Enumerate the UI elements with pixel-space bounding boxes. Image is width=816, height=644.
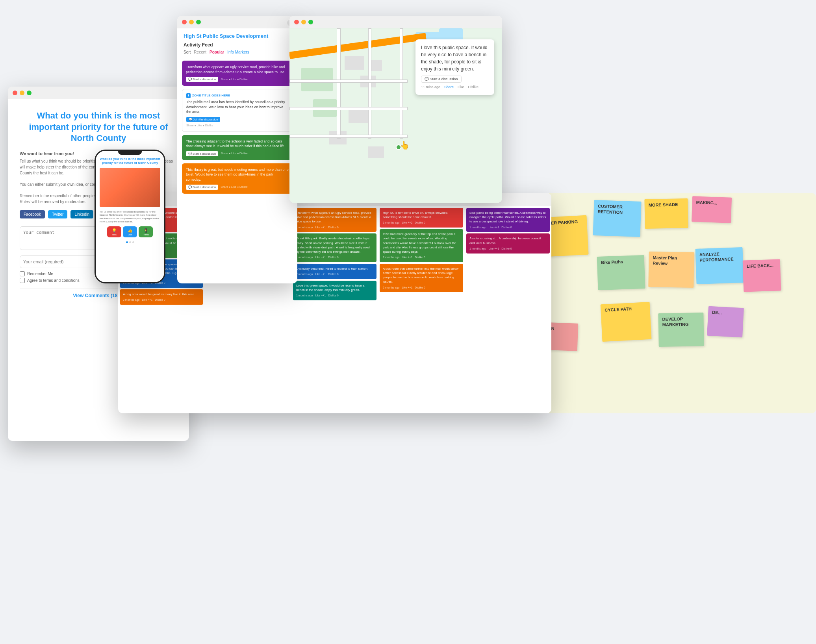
map-road-v1 (337, 28, 341, 139)
feed-card-4-actions: 💬 Start a discussion Share ● Like ● Disl… (186, 185, 289, 190)
feed-card-1-meta: Share ● Like ● Dislike (221, 78, 247, 81)
phone-dot-2 (129, 241, 131, 243)
feed-sort-row: Sort Recent Popular Info Markers (184, 50, 291, 54)
start-discussion-btn-1[interactable]: 💬 Start a discussion (186, 77, 218, 82)
titlebar-right (289, 16, 502, 28)
start-discussion-btn-4[interactable]: 💬 Start a discussion (186, 185, 218, 190)
feed-card-1-actions: 💬 Start a discussion Share ● Like ● Disl… (186, 77, 289, 82)
maximize-dot-c (196, 20, 201, 24)
idea-card-text: High St. is terrible to drive on, always… (383, 211, 460, 219)
sticky-note-1: CUSTOMER RETENTION (593, 200, 641, 237)
map-building-1 (345, 56, 364, 70)
sticky-note-7: CYCLE PATH (601, 302, 652, 342)
facebook-button[interactable]: Facebook (20, 210, 45, 218)
idea-card-text: Transform what appears an ugly service r… (296, 211, 373, 224)
cards-column-2: Transform what appears an ugly service r… (291, 205, 378, 413)
sticky-notes-panel: BETTER PARKINGCUSTOMER RETENTIONMORE SHA… (529, 193, 816, 413)
titlebar-center: × (177, 16, 297, 28)
feed-card-3-text: The crossing adjacent to the school is v… (186, 139, 289, 149)
feed-card-1-text: Transform what appears an ugly service r… (186, 65, 289, 74)
idea-card-footer: 1 months ago Like ++2 Dislike 0 (383, 221, 460, 225)
phone-notch (118, 151, 142, 155)
maximize-dot-r (308, 20, 313, 24)
feed-card-3: The crossing adjacent to the school is v… (182, 135, 293, 160)
idea-card-text: If we had more greenery at the top end o… (383, 232, 460, 254)
feed-scroll: Transform what appears an ugly service r… (177, 61, 297, 283)
join-discussion-btn[interactable]: 💬 Join the discussion (186, 117, 220, 122)
feed-card-4: This library is great, but needs meeting… (182, 163, 293, 194)
idea-card-text: A safer crossing at... A partnership bet… (469, 236, 547, 245)
close-dot (13, 91, 17, 95)
sort-recent[interactable]: Recent (194, 50, 206, 54)
map-road-h1 (289, 80, 408, 83)
map-panel: 👆 I love this public space. It would be … (289, 16, 502, 203)
map-road-h3 (289, 135, 408, 138)
tooltip-like[interactable]: Like (458, 85, 464, 90)
twitter-button[interactable]: Twitter (48, 210, 67, 218)
idea-card-3-2: A bus route that came further into the m… (380, 264, 463, 292)
idea-card-text: Love this green space. It would be nice … (296, 283, 373, 292)
feed-card-4-text: This library is great, but needs meeting… (186, 167, 289, 182)
idea-card-3-0: High St. is terrible to drive on, always… (380, 208, 463, 228)
survey-title: What do you think is the most important … (20, 110, 177, 144)
sort-popular[interactable]: Popular (210, 50, 224, 54)
feed-card-4-meta: Share ● Like ● Dislike (221, 185, 247, 189)
idea-card-0-3: A dog area would be great as many live i… (120, 289, 203, 305)
activity-feed-panel: × High St Public Space Development Activ… (177, 16, 297, 283)
phone-dot-3 (132, 241, 134, 243)
tooltip-time: 11 mins ago (421, 85, 440, 90)
feed-section-label: Activity Feed (184, 42, 291, 48)
idea-card-4-1: A safer crossing at... A partnership bet… (466, 233, 550, 253)
idea-card-footer: 2 months ago Like ++1 Dislike 0 (123, 298, 200, 302)
phone-bg-image (100, 168, 160, 207)
tooltip-share[interactable]: Share (444, 85, 454, 90)
map-road-v2 (368, 28, 371, 139)
sort-info[interactable]: Info Markers (227, 50, 249, 54)
map-tooltip-content: I love this public space. It would be ve… (415, 39, 494, 95)
tooltip-dislike[interactable]: Dislike (468, 85, 479, 90)
idea-card-2-3: Love this green space. It would be nice … (293, 281, 376, 300)
feed-header: High St Public Space Development Activit… (177, 28, 297, 61)
map-tooltip-meta: 11 mins ago Share Like Dislike (421, 85, 489, 90)
phone-tags-row: 💡 Idea 👍 Like 🚦 Traffic (100, 226, 160, 237)
phone-mockup: What do you think is the most important … (95, 150, 165, 283)
sticky-note-10: DE... (707, 306, 744, 338)
start-discussion-btn-3[interactable]: 💬 Start a discussion (186, 151, 218, 156)
titlebar-left (8, 87, 189, 99)
map-start-discussion-btn[interactable]: 💬 Start a discussion (421, 76, 462, 83)
idea-card-2-2: Cycleway dead end. Need to extend to tra… (293, 264, 376, 279)
cards-column-3: High St. is terrible to drive on, always… (378, 205, 465, 413)
sticky-note-11: LIFE BACK... (743, 259, 781, 292)
phone-description: Tell us what you think we should be prio… (100, 210, 160, 224)
agree-terms-checkbox[interactable] (20, 278, 25, 283)
feed-card-zone-label: ℹ ZONE TITLE GOES HERE (186, 93, 288, 98)
idea-card-footer: 1 months ago Like ++1 Dislike 0 (469, 226, 547, 229)
idea-card-text: Cycleway dead end. Need to extend to tra… (296, 266, 373, 271)
feed-card-2: ℹ ZONE TITLE GOES HERE The public mall a… (182, 89, 293, 131)
phone-tag-like: 👍 Like (123, 226, 137, 237)
idea-card-text: Bike paths being better maintained. A se… (469, 211, 547, 224)
sticky-note-4: Bike Paths (597, 255, 645, 290)
idea-card-footer: 1 months ago Like ++1 Dislike 0 (296, 226, 373, 229)
minimize-dot-r (301, 20, 306, 24)
feed-project-title: High St Public Space Development (184, 33, 291, 39)
feed-card-2-meta: Share ● Like ● Dislike (186, 124, 288, 128)
feed-card-2-actions: 💬 Join the discussion (186, 117, 288, 122)
idea-card-4-0: Bike paths being better maintained. A se… (466, 208, 550, 232)
sort-label: Sort (184, 50, 191, 54)
remember-me-checkbox[interactable] (20, 271, 25, 276)
feed-card-3-actions: 💬 Start a discussion Share ● Like ● Disl… (186, 151, 289, 156)
idea-card-text: Great little park. Badly needs shade/rai… (296, 236, 373, 254)
close-dot-r (294, 20, 299, 24)
minimize-dot-c (189, 20, 194, 24)
map-tooltip-text: I love this public space. It would be ve… (421, 44, 489, 72)
map-tooltip-actions: 💬 Start a discussion (421, 76, 489, 83)
map-body: 👆 I love this public space. It would be … (289, 28, 502, 203)
map-building-6 (368, 146, 384, 158)
map-road-h2 (289, 107, 408, 110)
idea-card-footer: 2 months ago Like ++1 Dislike 0 (383, 255, 460, 259)
sticky-note-6: ANALYZE PERFORMANCE (695, 247, 744, 284)
sticky-note-2: MORE SHADE (644, 198, 688, 229)
linkedin-button[interactable]: LinkedIn (70, 210, 93, 218)
idea-card-footer: 2 months ago Like ++1 Dislike 0 (383, 286, 460, 290)
